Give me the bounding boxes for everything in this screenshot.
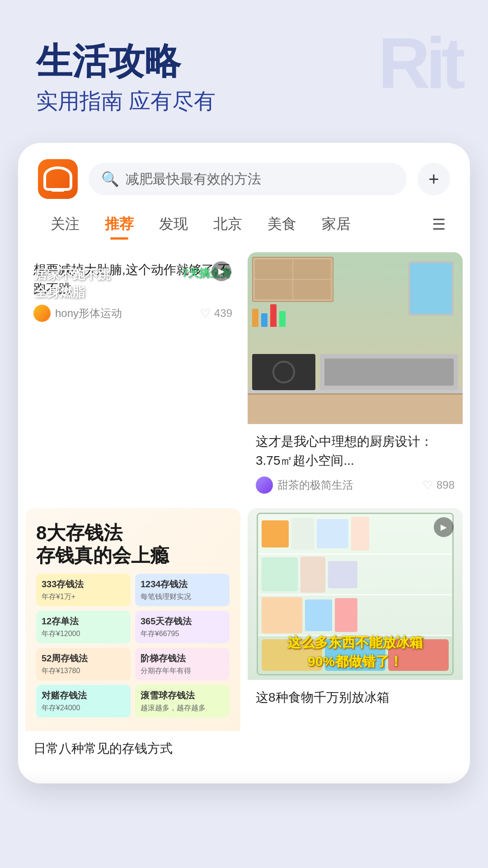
saving-item-sub-4: 年存¥66795 [141, 629, 224, 639]
card-fridge-image: ▶ 这么多东西不能放冰箱 90%都做错了！ [248, 508, 463, 680]
search-icon: 🔍 [101, 170, 119, 188]
saving-item-6: 阶梯存钱法 分期存年年有得 [135, 648, 230, 680]
card-fitness[interactable]: 居家不跑不跳全身燃脂 7天搞全身 ▶ 想要减掉大肚腩,这个动作就够了,不跑不跳 … [25, 252, 240, 501]
card-kitchen-info: 这才是我心中理想的厨房设计：3.75㎡超小空间... 甜茶的极简生活 ♡ 898 [248, 424, 463, 501]
saving-item-title-5: 52周存钱法 [42, 652, 125, 665]
app-logo[interactable] [38, 159, 78, 199]
card-kitchen-bg [248, 252, 463, 424]
heart-icon-1: ♡ [200, 307, 211, 321]
card-savings-title: 日常八种常见的存钱方式 [33, 739, 232, 758]
saving-item-4: 365天存钱法 年存¥66795 [135, 611, 230, 643]
author-info-1: hony形体运动 [33, 305, 122, 322]
card-savings-info: 日常八种常见的存钱方式 [25, 731, 240, 765]
saving-item-sub-1: 年存¥1万+ [42, 592, 125, 602]
fridge-overlay-text: 这么多东西不能放冰箱 90%都做错了！ [252, 633, 458, 671]
tab-美食[interactable]: 美食 [255, 210, 309, 239]
author-name-1: hony形体运动 [55, 306, 122, 321]
savings-grid: 333存钱法 年存¥1万+ 1234存钱法 每笔钱理财实况 12存单法 年存¥1… [36, 574, 230, 717]
saving-item-sub-7: 年存¥24000 [42, 703, 125, 713]
saving-item-title-1: 333存钱法 [42, 578, 125, 590]
card-fridge-title: 这8种食物千万别放冰箱 [256, 688, 455, 707]
saving-item-sub-6: 分期存年年有得 [141, 666, 224, 676]
card-kitchen[interactable]: 这才是我心中理想的厨房设计：3.75㎡超小空间... 甜茶的极简生活 ♡ 898 [248, 252, 463, 501]
page-subtitle: 实用指南 应有尽有 [36, 87, 452, 116]
saving-item-8: 滚雪球存钱法 越滚越多，越存越多 [135, 685, 230, 717]
card-fitness-meta: hony形体运动 ♡ 439 [33, 305, 232, 322]
heart-icon-2: ♡ [422, 478, 433, 492]
saving-item-sub-8: 越滚越多，越存越多 [141, 703, 224, 713]
play-icon-card1: ▶ [211, 261, 231, 281]
tab-北京[interactable]: 北京 [201, 210, 255, 239]
saving-item-title-2: 1234存钱法 [141, 578, 224, 590]
saving-item-2: 1234存钱法 每笔钱理财实况 [135, 574, 230, 606]
card-kitchen-image [248, 252, 463, 424]
like-count-2: 898 [436, 479, 455, 491]
saving-item-1: 333存钱法 年存¥1万+ [36, 574, 131, 606]
author-avatar-2 [256, 476, 273, 494]
app-topbar: 🔍 减肥最快最有效的方法 + [18, 143, 470, 210]
page-title: 生活攻略 [36, 41, 452, 82]
saving-item-title-6: 阶梯存钱法 [141, 652, 224, 665]
saving-item-7: 对赌存钱法 年存¥24000 [36, 685, 131, 717]
search-placeholder-text: 减肥最快最有效的方法 [126, 170, 261, 189]
app-card: 🔍 减肥最快最有效的方法 + 关注 推荐 发现 北京 美食 家居 ☰ [18, 143, 470, 783]
card-fridge-info: 这8种食物千万别放冰箱 [248, 680, 463, 714]
like-info-2[interactable]: ♡ 898 [422, 478, 455, 492]
card-savings-bg: 8大存钱法 存钱真的会上瘾 333存钱法 年存¥1万+ 1234存钱法 每笔钱理… [25, 508, 240, 731]
card-savings[interactable]: 8大存钱法 存钱真的会上瘾 333存钱法 年存¥1万+ 1234存钱法 每笔钱理… [25, 508, 240, 765]
tab-家居[interactable]: 家居 [309, 210, 363, 239]
card-kitchen-title: 这才是我心中理想的厨房设计：3.75㎡超小空间... [256, 432, 455, 470]
menu-icon[interactable]: ☰ [427, 211, 450, 238]
card1-overlay-text: 居家不跑不跳全身燃脂 [34, 266, 110, 301]
author-avatar-1 [33, 305, 51, 322]
like-info-1[interactable]: ♡ 439 [200, 307, 232, 321]
saving-item-5: 52周存钱法 年存¥13780 [36, 648, 131, 680]
author-name-2: 甜茶的极简生活 [277, 478, 353, 492]
card-kitchen-meta: 甜茶的极简生活 ♡ 898 [256, 476, 455, 494]
saving-item-3: 12存单法 年存¥12000 [36, 611, 131, 643]
saving-item-title-7: 对赌存钱法 [42, 689, 125, 702]
add-button[interactable]: + [418, 163, 450, 195]
tab-推荐[interactable]: 推荐 [92, 210, 146, 239]
bottom-fade [18, 770, 470, 783]
like-count-1: 439 [214, 307, 232, 320]
header: 生活攻略 实用指南 应有尽有 [0, 0, 488, 143]
saving-item-title-4: 365天存钱法 [141, 615, 224, 627]
saving-item-title-8: 滚雪球存钱法 [141, 689, 224, 702]
author-info-2: 甜茶的极简生活 [256, 476, 353, 494]
saving-item-sub-3: 年存¥12000 [42, 629, 125, 639]
nav-tabs: 关注 推荐 发现 北京 美食 家居 ☰ [18, 210, 470, 248]
play-icon-card4: ▶ [434, 517, 454, 537]
card-fridge[interactable]: ▶ 这么多东西不能放冰箱 90%都做错了！ 这8种食物千万别放冰箱 [248, 508, 463, 765]
savings-title-main: 8大存钱法 存钱真的会上瘾 [36, 522, 230, 567]
card-fridge-bg: ▶ 这么多东西不能放冰箱 90%都做错了！ [248, 508, 463, 680]
saving-item-sub-2: 每笔钱理财实况 [141, 592, 224, 602]
search-bar[interactable]: 🔍 减肥最快最有效的方法 [89, 163, 407, 195]
saving-item-sub-5: 年存¥13780 [42, 666, 125, 676]
content-grid: 居家不跑不跳全身燃脂 7天搞全身 ▶ 想要减掉大肚腩,这个动作就够了,不跑不跳 … [18, 248, 470, 770]
saving-item-title-3: 12存单法 [42, 615, 125, 627]
tab-关注[interactable]: 关注 [38, 210, 92, 239]
tab-发现[interactable]: 发现 [146, 210, 201, 239]
